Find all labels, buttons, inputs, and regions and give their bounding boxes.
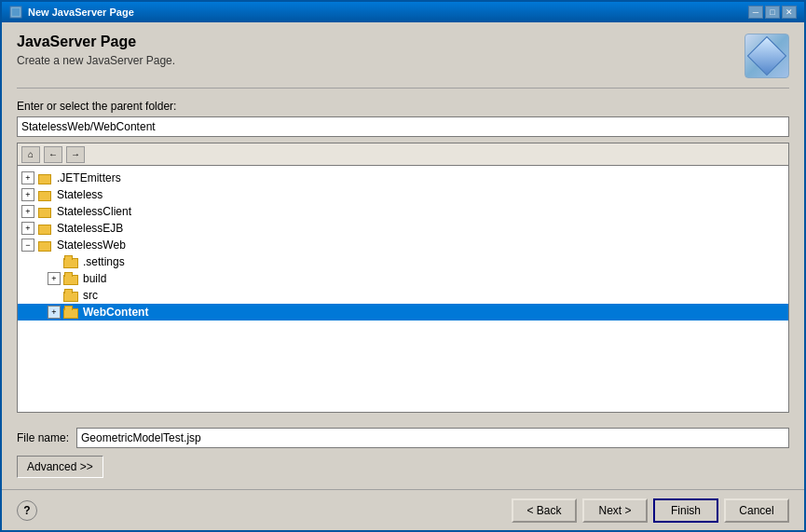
folder-label: Enter or select the parent folder:	[17, 100, 789, 113]
project-folder-icon	[37, 188, 52, 201]
footer: ? < Back Next > Finish Cancel	[2, 489, 804, 530]
folder-input[interactable]	[17, 116, 789, 137]
footer-right: < Back Next > Finish Cancel	[512, 498, 789, 523]
title-bar-left: New JavaServer Page	[9, 6, 134, 19]
finish-button[interactable]: Finish	[653, 498, 718, 523]
home-icon: ⌂	[28, 149, 34, 159]
cancel-button[interactable]: Cancel	[724, 498, 789, 523]
tree-item[interactable]: − StatelessWeb	[18, 237, 788, 253]
tree-item-label: Stateless	[55, 188, 104, 201]
folder-icon	[63, 272, 78, 285]
expand-icon[interactable]: +	[48, 272, 61, 285]
help-button[interactable]: ?	[17, 500, 37, 521]
tree-item-label: .JETEmitters	[55, 171, 123, 184]
tree-toolbar: ⌂ ← →	[17, 143, 789, 165]
main-content: JavaServer Page Create a new JavaServer …	[2, 22, 804, 489]
file-name-label: File name:	[17, 431, 69, 444]
nav-home-button[interactable]: ⌂	[21, 146, 40, 163]
tree-item-label: StatelessEJB	[55, 222, 125, 235]
tree-item-label: StatelessClient	[55, 205, 133, 218]
back-arrow-icon: ←	[48, 149, 58, 159]
nav-back-button[interactable]: ←	[44, 146, 62, 163]
tree-item[interactable]: + StatelessClient	[18, 203, 788, 220]
next-button[interactable]: Next >	[582, 498, 648, 523]
project-folder-icon	[37, 222, 52, 235]
back-button[interactable]: < Back	[512, 498, 577, 523]
file-name-input[interactable]	[76, 428, 789, 448]
folder-icon	[63, 255, 78, 268]
tree-container: + .JETEmitters + Stateless +	[17, 165, 789, 413]
title-bar: New JavaServer Page ─ □ ✕	[2, 2, 804, 22]
svg-rect-1	[12, 8, 20, 16]
title-bar-text: New JavaServer Page	[28, 7, 134, 18]
tree-item[interactable]: + Stateless	[18, 186, 788, 203]
file-name-row: File name:	[17, 428, 789, 448]
page-subtitle: Create a new JavaServer Page.	[17, 54, 175, 67]
tree-item[interactable]: + build	[18, 270, 788, 287]
expand-icon[interactable]: +	[21, 188, 34, 201]
tree-section: ⌂ ← → + .JETEmitters	[17, 143, 789, 413]
dialog-window: New JavaServer Page ─ □ ✕ JavaServer Pag…	[0, 0, 806, 532]
tree-item-label: src	[81, 289, 100, 302]
header-icon	[745, 34, 789, 78]
maximize-button[interactable]: □	[765, 6, 780, 19]
forward-arrow-icon: →	[71, 149, 80, 159]
expand-icon[interactable]: +	[21, 222, 34, 235]
nav-forward-button[interactable]: →	[66, 146, 85, 163]
tree-item-label: build	[81, 272, 108, 285]
question-mark-icon: ?	[23, 504, 30, 517]
tree-item-label: StatelessWeb	[55, 239, 128, 252]
window-icon	[9, 6, 22, 19]
tree-item-label: WebContent	[81, 306, 150, 319]
header-section: JavaServer Page Create a new JavaServer …	[17, 34, 789, 89]
tree-item[interactable]: + StatelessEJB	[18, 220, 788, 237]
minimize-button[interactable]: ─	[748, 6, 763, 19]
expand-icon[interactable]: +	[21, 205, 34, 218]
project-folder-icon	[37, 171, 52, 184]
expand-icon[interactable]: +	[48, 306, 61, 319]
advanced-button[interactable]: Advanced >>	[17, 456, 103, 478]
header-text: JavaServer Page Create a new JavaServer …	[17, 34, 175, 67]
tree-item[interactable]: + .JETEmitters	[18, 170, 788, 186]
close-button[interactable]: ✕	[782, 6, 797, 19]
tree-item-label: .settings	[81, 255, 127, 268]
folder-section: Enter or select the parent folder:	[17, 100, 789, 137]
bottom-section: File name: Advanced >>	[17, 420, 789, 478]
tree-item[interactable]: src	[18, 287, 788, 304]
footer-left: ?	[17, 500, 37, 521]
project-folder-icon	[37, 205, 52, 218]
page-title: JavaServer Page	[17, 34, 175, 50]
expand-icon[interactable]: −	[21, 239, 34, 252]
tree-item-selected[interactable]: + WebContent	[18, 304, 788, 321]
expand-icon[interactable]: +	[21, 171, 34, 184]
project-folder-icon	[37, 239, 52, 252]
tree-item[interactable]: .settings	[18, 253, 788, 270]
folder-icon-selected	[63, 306, 78, 319]
folder-icon	[63, 289, 78, 302]
title-controls: ─ □ ✕	[748, 6, 797, 19]
